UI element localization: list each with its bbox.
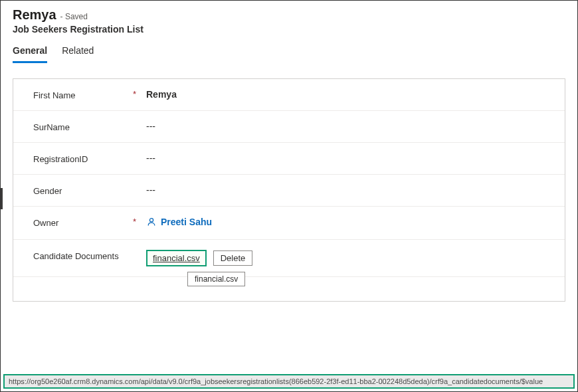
field-surname[interactable]: SurName --- bbox=[13, 111, 565, 143]
label-gender: Gender bbox=[33, 185, 133, 196]
field-registration-id[interactable]: RegistrationID --- bbox=[13, 143, 565, 175]
value-registration-id[interactable]: --- bbox=[146, 153, 550, 163]
value-surname[interactable]: --- bbox=[146, 121, 550, 132]
owner-name: Preeti Sahu bbox=[161, 217, 212, 227]
owner-lookup-link[interactable]: Preeti Sahu bbox=[146, 217, 212, 227]
record-page: Remya - Saved Job Seekers Registration L… bbox=[1, 1, 577, 302]
person-icon bbox=[146, 217, 157, 227]
scroll-indicator bbox=[1, 188, 3, 209]
status-url-bar: https://org50e260af.crm8.dynamics.com/ap… bbox=[3, 374, 575, 389]
tab-general[interactable]: General bbox=[13, 45, 47, 63]
header: Remya - Saved bbox=[13, 7, 565, 23]
field-first-name[interactable]: First Name * Remya bbox=[13, 79, 565, 111]
tab-strip: General Related bbox=[13, 45, 565, 64]
value-gender[interactable]: --- bbox=[146, 185, 550, 195]
label-owner: Owner bbox=[33, 217, 133, 228]
label-surname: SurName bbox=[33, 121, 133, 132]
field-owner[interactable]: Owner * Preeti Sahu bbox=[13, 207, 565, 240]
page-title: Remya bbox=[13, 7, 56, 23]
label-registration-id: RegistrationID bbox=[33, 153, 133, 164]
label-first-name: First Name bbox=[33, 89, 133, 100]
tab-related[interactable]: Related bbox=[62, 45, 94, 63]
required-mark: * bbox=[133, 89, 146, 99]
file-link[interactable]: financial.csv bbox=[146, 250, 207, 266]
value-first-name[interactable]: Remya bbox=[146, 89, 550, 100]
file-tooltip: financial.csv bbox=[187, 272, 245, 286]
field-candidate-documents[interactable]: Candidate Documents financial.csv Delete bbox=[13, 240, 565, 277]
required-mark: * bbox=[133, 217, 146, 227]
entity-subtitle: Job Seekers Registration List bbox=[13, 24, 565, 35]
field-gender[interactable]: Gender --- bbox=[13, 175, 565, 207]
svg-point-0 bbox=[149, 219, 153, 222]
label-candidate-documents: Candidate Documents bbox=[33, 250, 133, 261]
general-form-panel: First Name * Remya SurName --- Registrat… bbox=[13, 78, 565, 302]
delete-button[interactable]: Delete bbox=[213, 250, 253, 266]
save-status: - Saved bbox=[60, 12, 88, 21]
